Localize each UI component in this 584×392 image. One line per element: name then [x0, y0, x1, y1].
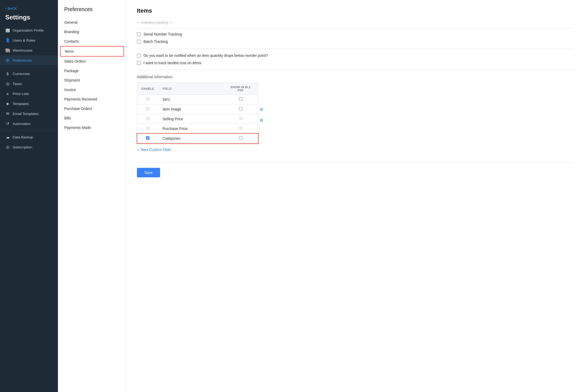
purchase-price-enable-checkbox[interactable] — [146, 127, 150, 130]
categories-enable-checkbox[interactable] — [146, 136, 150, 140]
sidebar-label-taxes: Taxes — [13, 82, 22, 86]
nav-item-purchase-orders[interactable]: Purchase Orders — [58, 104, 126, 113]
new-custom-field-button[interactable]: + New Custom Field — [137, 148, 573, 152]
sidebar-item-email-templates[interactable]: ✉ Email Templates — [0, 109, 58, 119]
faded-section: — inventory tracking — — [137, 21, 573, 28]
categories-pdf-cell — [224, 134, 258, 143]
nav-item-branding[interactable]: Branding — [58, 27, 126, 37]
nav-item-contacts[interactable]: Contacts — [58, 37, 126, 46]
purchase-price-pdf-checkbox[interactable] — [239, 127, 242, 130]
sidebar-title: Settings — [0, 13, 58, 25]
additional-info-table: ENABLE FIELD SHOW IN ALL PDF SKU — [137, 83, 258, 143]
sidebar-item-price-lists[interactable]: ≡ Price Lists — [0, 89, 58, 99]
nav-item-items[interactable]: Items — [60, 46, 124, 57]
nav-item-general[interactable]: General — [58, 18, 126, 27]
svg-point-0 — [7, 60, 8, 61]
sidebar-item-taxes[interactable]: ◎ Taxes — [0, 79, 58, 89]
divider-2 — [0, 130, 58, 130]
automation-icon: ↺ — [5, 121, 10, 126]
sidebar-item-subscription[interactable]: ◎ Subscription — [0, 142, 58, 152]
table-row: Selling Price — [137, 114, 258, 124]
table-row: SKU — [137, 95, 258, 104]
gear-icon[interactable]: ⚙ — [260, 118, 263, 123]
nav-item-bills[interactable]: Bills — [58, 113, 126, 123]
serial-number-row: Serial Number Tracking — [137, 32, 573, 36]
sku-pdf-checkbox[interactable] — [239, 97, 242, 101]
col-enable: ENABLE — [137, 83, 159, 95]
sidebar-label-organization-profile: Organization Profile — [13, 28, 44, 32]
landed-cost-row: I want to track landed cost on items — [137, 61, 573, 65]
additional-info-title: Additional Information — [137, 75, 573, 79]
batch-tracking-row: Batch Tracking — [137, 39, 573, 44]
sidebar-item-currencies[interactable]: $ Currencies — [0, 69, 58, 79]
new-custom-field-label: New Custom Field — [141, 148, 171, 152]
gear-icon[interactable]: ⚙ — [260, 107, 263, 112]
sidebar-item-users-roles[interactable]: 👤 Users & Roles — [0, 35, 58, 45]
selling-price-pdf-checkbox[interactable] — [239, 117, 242, 120]
table-row: Purchase Price — [137, 124, 258, 134]
organization-icon: 🏢 — [5, 28, 10, 33]
sidebar-label-preferences: Preferences — [13, 58, 32, 62]
categories-field-cell: Categories — [159, 134, 224, 143]
page-title: Items — [137, 7, 573, 14]
item-image-enable-cell — [137, 104, 159, 114]
sku-enable-cell — [137, 95, 159, 104]
batch-tracking-checkbox[interactable] — [137, 40, 141, 44]
purchase-price-gear[interactable]: ⚙ — [260, 115, 263, 126]
batch-tracking-label: Batch Tracking — [143, 39, 168, 44]
item-image-field-cell: Item Image — [159, 104, 224, 114]
sidebar-label-templates: Templates — [13, 102, 29, 106]
table-row: Item Image — [137, 104, 258, 114]
nav-item-payments-made[interactable]: Payments Made — [58, 123, 126, 132]
back-button[interactable]: ‹ BACK — [0, 4, 58, 13]
selling-price-pdf-cell — [224, 114, 258, 124]
purchase-price-enable-cell — [137, 124, 159, 134]
selling-price-enable-checkbox[interactable] — [146, 117, 150, 120]
sku-enable-checkbox[interactable] — [146, 97, 150, 101]
reorder-notify-checkbox[interactable] — [137, 54, 141, 58]
subscription-icon: ◎ — [5, 145, 10, 149]
warehouses-icon: 🏬 — [5, 48, 10, 53]
sidebar-item-templates[interactable]: ◈ Templates — [0, 99, 58, 109]
landed-cost-label: I want to track landed cost on items — [143, 61, 201, 65]
nav-item-payments-received[interactable]: Payments Received — [58, 94, 126, 104]
data-backup-icon: ☁ — [5, 135, 10, 139]
save-section: Save — [137, 162, 573, 177]
email-templates-icon: ✉ — [5, 111, 10, 116]
item-image-pdf-cell — [224, 104, 258, 114]
categories-enable-cell — [137, 134, 159, 143]
reorder-notify-row: Do you want to be notified when an item … — [137, 53, 573, 58]
reorder-notify-label: Do you want to be notified when an item … — [143, 53, 268, 58]
users-icon: 👤 — [5, 38, 10, 43]
purchase-price-pdf-cell — [224, 124, 258, 134]
save-button[interactable]: Save — [137, 168, 160, 177]
sidebar-item-warehouses[interactable]: 🏬 Warehouses — [0, 45, 58, 55]
nav-item-invoice[interactable]: Invoice — [58, 85, 126, 94]
item-image-enable-checkbox[interactable] — [146, 107, 150, 110]
nav-item-sales-orders[interactable]: Sales Orders — [58, 57, 126, 66]
selling-price-enable-cell — [137, 114, 159, 124]
item-image-pdf-checkbox[interactable] — [239, 107, 242, 110]
col-show-in-pdf: SHOW IN ALL PDF — [224, 83, 258, 95]
categories-pdf-checkbox[interactable] — [239, 136, 242, 140]
table-row: Categories — [137, 134, 258, 143]
sidebar-label-warehouses: Warehouses — [13, 48, 32, 52]
main-content: Items — inventory tracking — Serial Numb… — [126, 0, 584, 392]
landed-cost-checkbox[interactable] — [137, 61, 141, 65]
sidebar-item-automation[interactable]: ↺ Automation — [0, 119, 58, 129]
nav-item-package[interactable]: Package — [58, 66, 126, 76]
sidebar-item-data-backup[interactable]: ☁ Data Backup — [0, 132, 58, 142]
taxes-icon: ◎ — [5, 81, 10, 86]
sidebar-label-users-roles: Users & Roles — [13, 38, 35, 42]
selling-price-gear[interactable]: ⚙ — [260, 104, 263, 115]
sidebar: ‹ BACK Settings 🏢 Organization Profile 👤… — [0, 0, 58, 392]
sku-pdf-cell — [224, 95, 258, 104]
divider-1 — [0, 67, 58, 67]
serial-number-checkbox[interactable] — [137, 32, 141, 36]
sidebar-item-organization-profile[interactable]: 🏢 Organization Profile — [0, 25, 58, 35]
price-lists-icon: ≡ — [5, 91, 10, 96]
nav-item-shipment[interactable]: Shipment — [58, 76, 126, 85]
divider-section-2 — [137, 70, 573, 70]
serial-number-label: Serial Number Tracking — [143, 32, 182, 36]
sidebar-item-preferences[interactable]: Preferences — [0, 55, 58, 65]
